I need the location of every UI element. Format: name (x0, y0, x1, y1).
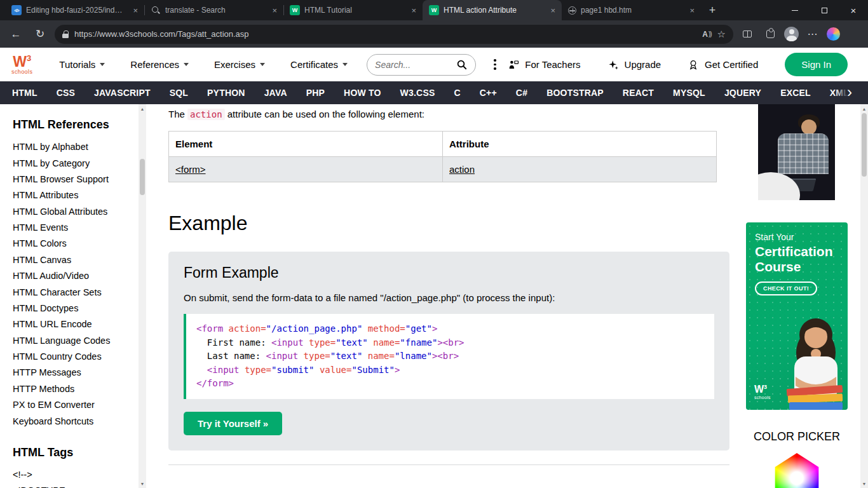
scroll-up-icon[interactable]: ▲ (139, 104, 146, 113)
url-text[interactable]: https://www.w3schools.com/Tags/att_actio… (74, 29, 696, 39)
sidebar-link[interactable]: HTML Global Attributes (13, 204, 135, 220)
address-bar[interactable]: https://www.w3schools.com/Tags/att_actio… (55, 25, 733, 44)
sidebar-link[interactable]: HTML Audio/Video (13, 268, 135, 284)
browser-tab[interactable]: translate - Search× (144, 0, 283, 20)
kebab-menu-icon[interactable] (491, 57, 499, 72)
color-picker-label[interactable]: COLOR PICKER (746, 430, 848, 444)
scroll-up-icon[interactable]: ▲ (860, 104, 868, 113)
search-box[interactable] (367, 54, 476, 76)
page-scrollbar-thumb[interactable] (862, 113, 867, 177)
topnav-item[interactable]: C++ (470, 81, 506, 104)
tab-close-icon[interactable]: × (687, 6, 697, 15)
topnav-item[interactable]: PYTHON (198, 81, 255, 104)
sidebar-link[interactable]: HTTP Methods (13, 381, 135, 397)
browser-tab[interactable]: Editing hbd-fauzi-2025/index...× (5, 0, 144, 20)
topnav-item[interactable]: JAVASCRIPT (85, 81, 160, 104)
sidebar-link[interactable]: HTML Doctypes (13, 301, 135, 316)
tab-close-icon[interactable]: × (130, 6, 140, 15)
upgrade-link[interactable]: Upgrade (607, 59, 661, 71)
maximize-button[interactable] (810, 0, 839, 20)
sidebar-link[interactable]: HTML Character Sets (13, 284, 135, 300)
search-input[interactable] (375, 60, 451, 70)
topnav-item[interactable]: JQUERY (715, 81, 771, 104)
sidebar-link[interactable]: HTTP Messages (13, 365, 135, 381)
close-button[interactable]: × (839, 0, 868, 20)
sidebar-link[interactable]: HTML Browser Support (13, 172, 135, 187)
sidebar-scrollbar[interactable]: ▲ ▼ (139, 104, 146, 488)
certification-banner[interactable]: Start Your Certification Course CHECK IT… (746, 222, 848, 410)
example-panel: Form Example On submit, send the form-da… (168, 252, 729, 451)
cert-line2: Certification (755, 244, 848, 259)
sidebar-link[interactable]: Keyboard Shortcuts (13, 413, 135, 429)
menu-certificates[interactable]: Certificates (290, 59, 348, 70)
sidebar-link[interactable]: HTML Canvas (13, 252, 135, 268)
inline-code: action (187, 109, 225, 120)
menu-references[interactable]: References (130, 59, 189, 70)
sidebar-link[interactable]: HTML by Alphabet (13, 139, 135, 155)
try-it-yourself-button[interactable]: Try it Yourself » (184, 412, 282, 435)
sidebar-link[interactable]: HTML Country Codes (13, 349, 135, 365)
copilot-icon[interactable] (827, 27, 840, 41)
settings-more-icon[interactable]: ⋯ (804, 25, 822, 43)
sidebar-link[interactable]: HTML by Category (13, 155, 135, 171)
code-line: Last name: <input type="text" name="lnam… (196, 349, 704, 363)
table-row: <form>action (169, 157, 717, 182)
page-viewport: HTML References HTML by AlphabetHTML by … (0, 104, 868, 488)
browser-tab[interactable]: page1 hbd.htm× (562, 0, 701, 20)
menu-exercises[interactable]: Exercises (214, 59, 265, 70)
tab-close-icon[interactable]: × (548, 6, 558, 15)
scroll-down-icon[interactable]: ▼ (139, 479, 146, 488)
advertisement-image[interactable] (758, 104, 835, 200)
browser-tab[interactable]: HTML Tutorial× (283, 0, 423, 20)
minimize-icon (792, 10, 798, 11)
sidebar-scrollbar-thumb[interactable] (140, 159, 145, 195)
sidebar-link[interactable]: HTML URL Encode (13, 316, 135, 332)
read-aloud-icon[interactable]: A)) (702, 30, 711, 39)
topnav-item[interactable]: JAVA (255, 81, 297, 104)
topnav-item[interactable]: C# (506, 81, 537, 104)
topnav-item[interactable]: W3.CSS (391, 81, 445, 104)
sidebar-link[interactable]: <!DOCTYPE> (13, 483, 135, 488)
table-link[interactable]: action (449, 164, 475, 175)
profile-avatar[interactable] (784, 27, 799, 41)
topnav-item[interactable]: SQL (160, 81, 198, 104)
sidebar-link[interactable]: HTML Language Codes (13, 333, 135, 349)
browser-toolbar: ← ↻ https://www.w3schools.com/Tags/att_a… (0, 20, 868, 48)
topnav-item[interactable]: MYSQL (663, 81, 715, 104)
topnav-item[interactable]: HTML (3, 81, 47, 104)
refresh-button[interactable]: ↻ (31, 25, 50, 44)
sidebar-link[interactable]: HTML Attributes (13, 187, 135, 203)
color-picker-hexagon[interactable] (772, 453, 822, 488)
minimize-button[interactable] (780, 0, 810, 20)
topnav-item[interactable]: HOW TO (334, 81, 391, 104)
sidebar-link[interactable]: PX to EM Converter (13, 397, 135, 413)
topnav-item[interactable]: CSS (47, 81, 85, 104)
browser-tab[interactable]: HTML action Attribute× (423, 0, 562, 20)
sidebar-link[interactable]: <!--> (13, 467, 135, 483)
search-favicon (151, 5, 161, 15)
scroll-down-icon[interactable]: ▼ (860, 479, 868, 488)
topnav-item[interactable]: PHP (297, 81, 334, 104)
sidebar-link[interactable]: HTML Colors (13, 236, 135, 252)
sidebar-link[interactable]: HTML Events (13, 220, 135, 236)
menu-tutorials[interactable]: Tutorials (59, 59, 105, 70)
topnav-item[interactable]: REACT (613, 81, 663, 104)
page-scrollbar[interactable]: ▲ ▼ (860, 104, 868, 488)
nav-scroll-right-icon[interactable]: › (835, 81, 864, 104)
favorite-star-icon[interactable]: ☆ (717, 29, 726, 40)
sign-in-button[interactable]: Sign In (785, 53, 848, 76)
tab-close-icon[interactable]: × (269, 6, 280, 15)
for-teachers-link[interactable]: For Teachers (508, 59, 580, 71)
w3schools-logo[interactable]: W3 schools (11, 54, 32, 76)
get-certified-link[interactable]: Get Certified (688, 59, 758, 71)
split-screen-icon[interactable] (738, 25, 756, 43)
topnav-item[interactable]: BOOTSTRAP (537, 81, 613, 104)
extensions-icon[interactable] (761, 25, 779, 43)
check-it-out-button[interactable]: CHECK IT OUT! (755, 281, 817, 295)
topnav-item[interactable]: C (444, 81, 470, 104)
new-tab-button[interactable]: + (703, 1, 721, 19)
table-link[interactable]: <form> (175, 164, 206, 175)
tab-close-icon[interactable]: × (409, 6, 419, 15)
topnav-item[interactable]: EXCEL (771, 81, 820, 104)
back-button[interactable]: ← (6, 25, 25, 44)
